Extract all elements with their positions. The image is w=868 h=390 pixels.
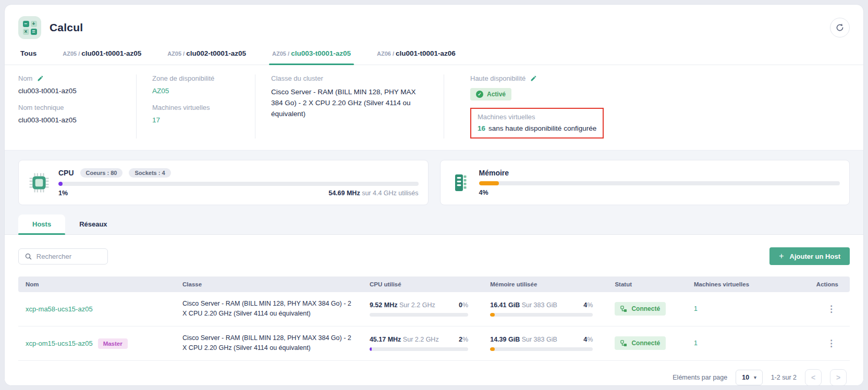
host-cpu-usage: 45.17 MHz Sur 2.2 GHz [370,336,439,343]
memory-progress-track [479,181,840,185]
ha-warning-box: Machines virtuelles 16sans haute disponi… [470,108,604,139]
cpu-usage-text: 54.69 MHz sur 4.4 GHz utilisés [328,190,418,197]
page-range: 1-2 sur 2 [771,374,797,381]
host-mem-usage: 14.39 GiB Sur 383 GiB [490,336,557,343]
host-mem-percent: 4% [583,301,593,309]
hosts-toolbar: + Ajouter un Host [18,247,850,265]
cpu-gauge-title: CPU [58,169,74,177]
items-per-page-label: Eléments par page [673,374,727,381]
memory-gauge-title: Mémoire [479,169,509,177]
hosts-table: Nom Classe CPU utilisé Mémoire utilisée … [18,276,850,361]
vms-label: Machines virtuelles [152,104,239,111]
host-mem-percent: 4% [583,336,593,343]
info-col-class: Classe du cluster Cisco Server - RAM (BI… [255,74,444,139]
cpu-cores-badge: Coeurs : 80 [80,168,123,178]
hosts-section: + Ajouter un Host Nom Classe CPU utilisé… [5,235,863,386]
col-machines-virtuelles: Machines virtuelles [688,276,800,292]
sub-tabs: Hosts Réseaux [5,215,863,235]
col-statut: Statut [608,276,688,292]
col-classe: Classe [176,276,363,292]
main-panel: − + × = Calcul Tous AZ05 / clu001-t0001-… [4,4,864,386]
info-col-az: Zone de disponibilité AZ05 Machines virt… [136,74,255,139]
tab-reseaux[interactable]: Réseaux [65,215,121,234]
refresh-button[interactable] [830,18,850,37]
status-badge: Connecté [615,336,666,350]
host-cpu-usage: 9.52 MHz Sur 2.2 GHz [370,301,435,309]
host-mem-bar-track [490,347,593,351]
page-size-select[interactable]: 10 ▾ [736,370,762,385]
cluster-info: Nom clu003-t0001-az05 Nom technique clu0… [5,65,863,150]
search-icon [25,253,32,260]
cpu-chip-icon [28,172,50,194]
tab-clu002-az05[interactable]: AZ05 / clu002-t0001-az05 [166,48,247,65]
technical-name-label: Nom technique [18,104,120,111]
connected-icon [620,306,627,312]
memory-progress-fill [479,181,499,185]
col-cpu: CPU utilisé [363,276,484,292]
search-input[interactable] [36,253,101,260]
connected-icon [620,340,627,347]
gauges-section: CPU Coeurs : 80 Sockets : 4 1% 54.69 MHz… [5,150,863,215]
az-value: AZ05 [152,87,239,95]
edit-name-icon[interactable] [37,75,44,82]
host-cpu-percent: 0% [459,301,468,309]
cpu-sockets-badge: Sockets : 4 [129,168,170,178]
col-nom: Nom [18,276,176,292]
host-cpu-bar-track [370,347,468,351]
next-page-button[interactable]: > [830,369,847,386]
col-memoire: Mémoire utilisée [484,276,608,292]
cluster-class-label: Classe du cluster [271,74,428,82]
status-badge: Connecté [615,302,666,316]
memory-icon [450,172,471,193]
host-mem-bar-track [490,313,593,317]
page-header: − + × = Calcul [5,5,863,39]
cluster-tabs: Tous AZ05 / clu001-t0001-az05 AZ05 / clu… [5,48,863,65]
chevron-left-icon: < [811,373,815,382]
page-title: Calcul [50,21,83,34]
pagination: Eléments par page 10 ▾ 1-2 sur 2 < > [18,361,850,386]
ha-vms-label: Machines virtuelles [478,113,596,121]
calc-minus-icon: − [23,21,29,27]
refresh-icon [835,23,845,32]
host-mem-bar-fill [490,313,495,317]
tab-clu001-az05[interactable]: AZ05 / clu001-t0001-az05 [62,48,142,65]
host-class: Cisco Server - RAM (BILL MIN 128, PHY MA… [182,333,357,354]
calc-plus-icon: + [31,21,37,27]
chevron-down-icon: ▾ [754,375,756,380]
add-host-button[interactable]: + Ajouter un Host [769,247,850,265]
memory-percent: 4% [479,189,488,196]
info-col-ha: Haute disponibilité ✓ Activé Machines vi… [444,74,850,139]
host-mem-bar-fill [490,347,495,351]
cluster-class-value: Cisco Server - RAM (BILL MIN 128, PHY MA… [271,87,428,120]
tab-clu001-az06[interactable]: AZ06 / clu001-t0001-az06 [376,48,457,65]
chevron-right-icon: > [836,373,840,382]
vms-value: 17 [152,116,239,124]
row-actions-menu-icon[interactable]: ⋮ [827,304,836,314]
ha-vms-text: sans haute disponibilité configurée [488,124,596,132]
host-cpu-bar-fill [370,347,372,351]
host-name-link[interactable]: xcp-ma58-ucs15-az05 [26,305,93,313]
cpu-percent: 1% [58,190,68,197]
host-name-link[interactable]: xcp-om15-ucs15-az05 [26,339,93,347]
host-class: Cisco Server - RAM (BILL MIN 128, PHY MA… [182,299,357,319]
tab-hosts[interactable]: Hosts [18,215,65,234]
search-box[interactable] [18,248,108,265]
ha-label: Haute disponibilité [470,74,525,82]
calc-times-icon: × [23,29,29,35]
tab-tous[interactable]: Tous [19,48,38,65]
memory-gauge-card: Mémoire 4% [440,160,850,205]
host-vm-count: 1 [694,339,698,347]
edit-ha-icon[interactable] [530,75,537,82]
table-row: xcp-om15-ucs15-az05Master Cisco Server -… [18,326,850,360]
row-actions-menu-icon[interactable]: ⋮ [827,338,836,348]
cpu-progress-track [58,182,419,186]
tab-clu003-az05-active[interactable]: AZ05 / clu003-t0001-az05 [271,48,352,65]
table-row: xcp-ma58-ucs15-az05 Cisco Server - RAM (… [18,292,850,326]
ha-status-text: Activé [487,91,506,98]
name-value: clu003-t0001-az05 [18,87,120,95]
calc-equals-icon: = [31,29,37,35]
col-actions: Actions [800,276,850,292]
host-mem-usage: 16.41 GiB Sur 383 GiB [490,301,557,309]
info-col-names: Nom clu003-t0001-az05 Nom technique clu0… [18,74,136,139]
prev-page-button[interactable]: < [805,369,822,386]
